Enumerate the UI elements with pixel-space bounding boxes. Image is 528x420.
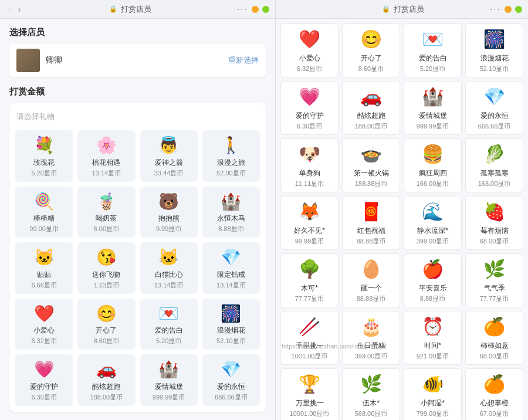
right-gift-item[interactable]: 🍊 柿柿如意 68.00显币	[465, 311, 523, 365]
right-gift-price: 8.60显币	[345, 65, 397, 73]
left-gift-item[interactable]: 🚶 浪漫之旅 52.00显币	[202, 130, 260, 182]
right-gift-emoji: ❤️	[283, 29, 336, 51]
left-gift-item[interactable]: 🧋 喝奶茶 6.00显币	[77, 187, 135, 238]
right-minimize-button[interactable]	[505, 6, 512, 13]
gift-emoji: 😊	[80, 304, 132, 324]
maximize-button[interactable]	[262, 6, 269, 13]
left-gift-item[interactable]: ❤️ 小爱心 6.32显币	[15, 299, 73, 350]
right-gift-item[interactable]: 🧧 红包祝福 88.88显币	[342, 196, 400, 250]
left-gift-item[interactable]: 😊 开心了 8.60显币	[77, 299, 135, 350]
left-gift-item[interactable]: 🐻 抱抱熊 9.99显币	[140, 187, 198, 238]
right-gift-item[interactable]: 🏆 万里挑一 10001.00显币	[280, 368, 339, 420]
right-gift-price: 188.88显币	[345, 179, 397, 188]
right-gift-item[interactable]: 🍊 心想事橙 67.00显币	[465, 368, 523, 420]
right-gift-name: 第一顿火锅	[345, 168, 397, 178]
right-gift-item[interactable]: 🎂 生日蛋糕 399.00显币	[342, 311, 400, 365]
right-gift-name: 万里挑一	[283, 398, 336, 408]
reselect-button[interactable]: 重新选择	[228, 55, 259, 66]
right-gift-price: 5.20显币	[407, 65, 459, 73]
more-button[interactable]: ···	[237, 4, 248, 15]
right-gift-item[interactable]: 🥬 孤寒孤寒 168.00显币	[465, 138, 523, 192]
right-gift-emoji: 😊	[345, 29, 397, 51]
right-gift-item[interactable]: 🦊 好久不见* 99.99显币	[280, 196, 339, 250]
right-gift-name: 孤寒孤寒	[468, 168, 520, 178]
right-gift-item[interactable]: 🍓 莓有烦恼 68.00显币	[465, 196, 523, 250]
right-gift-item[interactable]: 🐠 小阿湿* 799.00显币	[404, 368, 462, 420]
left-gift-item[interactable]: 💎 限定钻戒 13.14显币	[202, 242, 260, 294]
right-gift-name: 好久不见*	[283, 226, 336, 236]
right-gift-item[interactable]: 💌 爱的告白 5.20显币	[404, 23, 462, 77]
back-button[interactable]: ‹	[6, 4, 13, 15]
left-gift-item[interactable]: 💎 爱的永恒 666.66显币	[202, 354, 260, 406]
right-gift-name: 爱的告白	[407, 53, 459, 63]
left-gift-item[interactable]: 🚗 酷炫超跑 188.00显币	[77, 354, 135, 406]
left-gift-item[interactable]: 🐱 白猫比心 13.14显币	[140, 242, 198, 294]
right-gift-item[interactable]: 🍲 第一顿火锅 188.88显币	[342, 138, 400, 192]
right-gift-item[interactable]: 🐶 单身狗 11.11显币	[280, 138, 339, 192]
right-maximize-button[interactable]	[515, 6, 522, 13]
right-title: 打赏店员	[394, 4, 424, 15]
left-gift-item[interactable]: 🎆 浪漫烟花 52.10显币	[202, 299, 260, 350]
right-gift-emoji: ⏰	[407, 316, 459, 338]
right-gift-price: 77.77显币	[468, 294, 520, 303]
right-gift-item[interactable]: 💗 爱的守护 6.30显币	[280, 81, 339, 135]
left-gift-item[interactable]: 💗 爱的守护 6.30显币	[15, 354, 73, 406]
gift-emoji: 💎	[205, 248, 257, 267]
right-gift-emoji: 🎆	[468, 29, 520, 51]
left-gift-item[interactable]: 🐱 贴贴 6.66显币	[15, 242, 73, 294]
forward-button[interactable]: ›	[16, 4, 23, 15]
gift-emoji: 🏰	[143, 360, 195, 380]
gift-price: 6.30显币	[18, 393, 70, 402]
right-gift-item[interactable]: 🚗 酷炫超跑 188.00显币	[342, 81, 400, 135]
right-gift-item[interactable]: 🌊 静水流深* 399.00显币	[404, 196, 462, 250]
right-gift-item[interactable]: 🍎 平安喜乐 8.88显币	[404, 253, 462, 307]
left-gift-item[interactable]: 🏰 爱情城堡 999.99显币	[140, 354, 198, 406]
staff-section-title: 选择店员	[9, 27, 266, 38]
gift-name: 棒棒糖	[18, 214, 70, 223]
gift-emoji: 🐱	[143, 248, 195, 267]
gift-name: 开心了	[80, 326, 132, 336]
right-gift-item[interactable]: 😊 开心了 8.60显币	[342, 23, 400, 77]
right-gift-emoji: 🐠	[407, 374, 459, 396]
right-gift-item[interactable]: 🌳 木可* 77.77显币	[280, 253, 339, 307]
right-gift-item[interactable]: 🍔 疯狂周四 166.00显币	[404, 138, 462, 192]
left-gift-item[interactable]: 🍭 棒棒糖 99.00显币	[15, 187, 73, 238]
right-gift-item[interactable]: 🥚 砸一个 88.88显币	[342, 253, 400, 307]
right-gift-item[interactable]: 🏰 爱情城堡 999.99显币	[404, 81, 462, 135]
gift-selector-box: 请选择礼物 💐 玫瑰花 5.20显币 🌸 桃花相遇 13.14显币 👼 爱神之箭…	[9, 103, 266, 412]
left-gift-item[interactable]: 🏰 永恒木马 8.88显币	[202, 187, 260, 238]
gift-price: 5.20显币	[143, 337, 195, 346]
right-gift-emoji: 🥢	[283, 316, 336, 338]
gift-price: 6.32显币	[18, 337, 70, 346]
left-gift-item[interactable]: 😘 送你飞吻 1.13显币	[77, 242, 135, 294]
right-gift-price: 921.00显币	[407, 352, 459, 361]
right-more-button[interactable]: ···	[490, 4, 501, 15]
right-gift-emoji: 🏆	[283, 374, 336, 396]
right-gift-item[interactable]: 🥢 千里挑一 1001.00显币	[280, 311, 339, 365]
right-panel: 🔒 打赏店员 ··· ❤️ 小爱心 6.32显币 😊 开心了 8.60显币 💌 …	[276, 0, 528, 420]
right-gift-item[interactable]: ❤️ 小爱心 6.32显币	[280, 23, 339, 77]
left-gift-item[interactable]: 🌸 桃花相遇 13.14显币	[77, 130, 135, 182]
right-gift-item[interactable]: 💎 爱的永恒 666.66显币	[465, 81, 523, 135]
left-gift-item[interactable]: 👼 爱神之箭 33.44显币	[140, 130, 198, 182]
gift-price: 52.00显币	[205, 169, 257, 178]
left-gift-item[interactable]: 💌 爱的告白 5.20显币	[140, 299, 198, 350]
right-gift-name: 生日蛋糕	[345, 341, 397, 351]
right-lock-icon: 🔒	[382, 5, 390, 13]
gift-name: 抱抱熊	[143, 214, 195, 223]
left-gift-item[interactable]: 💐 玫瑰花 5.20显币	[15, 130, 73, 182]
gift-name: 浪漫之旅	[205, 158, 257, 168]
gift-emoji: 🚗	[80, 360, 132, 380]
right-gift-item[interactable]: ⏰ 时间* 921.00显币	[404, 311, 462, 365]
gift-emoji: 💎	[205, 360, 257, 380]
gift-price: 6.66显币	[18, 281, 70, 290]
minimize-button[interactable]	[252, 6, 259, 13]
right-gift-item[interactable]: 🌿 气气季 77.77显币	[465, 253, 523, 307]
gift-name: 爱的告白	[143, 326, 195, 336]
right-gift-emoji: 💌	[407, 29, 459, 51]
right-gift-price: 188.00显币	[345, 122, 397, 131]
right-gift-price: 399.00显币	[345, 352, 397, 361]
gift-emoji: 🚶	[205, 136, 257, 155]
right-gift-item[interactable]: 🎆 浪漫烟花 52.10显币	[465, 23, 523, 77]
right-gift-item[interactable]: 🌿 伍木* 568.00显币	[342, 368, 400, 420]
